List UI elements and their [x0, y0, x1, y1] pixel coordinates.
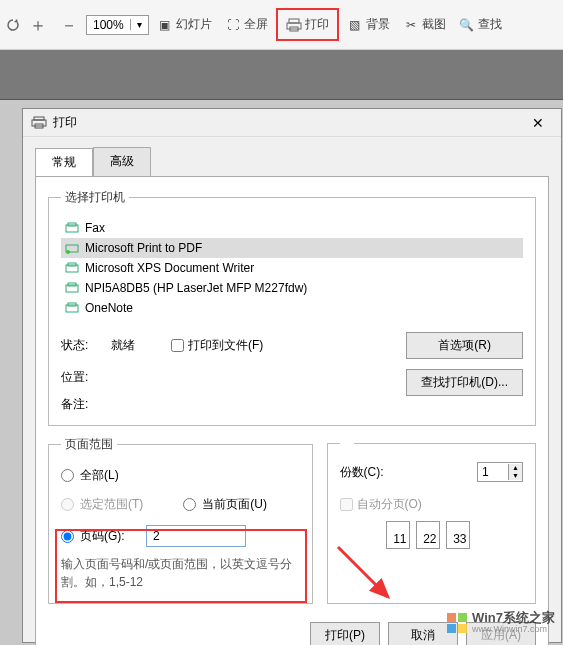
- app-toolbar: ＋ － 100% ▾ ▣ 幻灯片 ⛶ 全屏 打印 ▧ 背景 ✂ 截图 🔍 查找: [0, 0, 563, 50]
- printer-icon: [65, 262, 79, 274]
- printer-select-group: 选择打印机 Fax Microsoft Print to PDF Microso…: [48, 189, 536, 426]
- zoom-out-button[interactable]: －: [55, 10, 83, 40]
- zoom-in-button[interactable]: ＋: [24, 10, 52, 40]
- svg-rect-1: [287, 23, 301, 29]
- page-range-group: 页面范围 全部(L) 选定范围(T) 当前页面(U): [48, 436, 313, 604]
- chevron-down-icon: ▾: [130, 19, 142, 30]
- doc-icon: 11: [386, 521, 410, 549]
- zoom-select[interactable]: 100% ▾: [86, 15, 149, 35]
- notes-label: 备注:: [61, 396, 111, 413]
- cancel-button[interactable]: 取消: [388, 622, 458, 645]
- printer-list[interactable]: Fax Microsoft Print to PDF Microsoft XPS…: [61, 218, 523, 318]
- search-icon: 🔍: [459, 17, 475, 33]
- dialog-button-row: 打印(P) 取消 应用(A): [310, 622, 536, 645]
- printer-item[interactable]: OneNote: [61, 298, 523, 318]
- zoom-value: 100%: [93, 18, 124, 32]
- collate-checkbox[interactable]: 自动分页(O): [340, 496, 523, 513]
- find-button[interactable]: 🔍 查找: [454, 13, 507, 36]
- print-confirm-button[interactable]: 打印(P): [310, 622, 380, 645]
- printer-item[interactable]: Microsoft XPS Document Writer: [61, 258, 523, 278]
- printer-icon: [65, 242, 79, 254]
- collate-illustration: 11 22 33: [386, 521, 523, 549]
- highlight-annotation: [55, 529, 307, 603]
- tab-advanced[interactable]: 高级: [93, 147, 151, 176]
- doc-icon: 33: [446, 521, 470, 549]
- status-value: 就绪: [111, 337, 171, 354]
- slides-icon: ▣: [157, 17, 173, 33]
- printer-item[interactable]: Microsoft Print to PDF: [61, 238, 523, 258]
- page-range-legend: 页面范围: [61, 436, 117, 453]
- status-label: 状态:: [61, 337, 111, 354]
- spin-up-icon[interactable]: ▲: [509, 464, 522, 472]
- range-all-radio[interactable]: 全部(L): [61, 467, 300, 484]
- preferences-button[interactable]: 首选项(R): [406, 332, 523, 359]
- svg-rect-0: [289, 19, 299, 23]
- copies-spinner[interactable]: ▲▼: [477, 462, 523, 482]
- copies-label: 份数(C):: [340, 464, 470, 481]
- apply-button[interactable]: 应用(A): [466, 622, 536, 645]
- printer-icon: [286, 17, 302, 33]
- printer-icon: [65, 282, 79, 294]
- printer-icon: [65, 302, 79, 314]
- close-button[interactable]: ✕: [523, 115, 553, 131]
- range-selection-radio[interactable]: 选定范围(T): [61, 496, 143, 513]
- svg-rect-4: [32, 120, 46, 126]
- document-area: [0, 50, 563, 100]
- print-button[interactable]: 打印: [276, 8, 339, 41]
- location-label: 位置:: [61, 369, 111, 386]
- dialog-tabs: 常规 高级: [23, 137, 561, 176]
- tab-panel-general: 选择打印机 Fax Microsoft Print to PDF Microso…: [35, 176, 549, 645]
- scissors-icon: ✂: [403, 17, 419, 33]
- doc-icon: 22: [416, 521, 440, 549]
- background-icon: ▧: [347, 17, 363, 33]
- fullscreen-icon: ⛶: [225, 17, 241, 33]
- background-button[interactable]: ▧ 背景: [342, 13, 395, 36]
- print-to-file-checkbox[interactable]: 打印到文件(F): [171, 337, 406, 354]
- slides-button[interactable]: ▣ 幻灯片: [152, 13, 217, 36]
- dialog-title: 打印: [53, 114, 523, 131]
- printer-icon: [31, 115, 47, 131]
- copies-group: c 份数(C): ▲▼ 自动分页(O) 11 22 33: [327, 436, 536, 604]
- screenshot-button[interactable]: ✂ 截图: [398, 13, 451, 36]
- printer-item[interactable]: NPI5A8DB5 (HP LaserJet MFP M227fdw): [61, 278, 523, 298]
- svg-point-9: [66, 250, 70, 254]
- fullscreen-button[interactable]: ⛶ 全屏: [220, 13, 273, 36]
- find-printer-button[interactable]: 查找打印机(D)...: [406, 369, 523, 396]
- printer-select-legend: 选择打印机: [61, 189, 129, 206]
- fax-icon: [65, 222, 79, 234]
- refresh-icon[interactable]: [5, 17, 21, 33]
- range-current-radio[interactable]: 当前页面(U): [183, 496, 267, 513]
- printer-item[interactable]: Fax: [61, 218, 523, 238]
- spin-down-icon[interactable]: ▼: [509, 472, 522, 480]
- dialog-titlebar: 打印 ✕: [23, 109, 561, 137]
- tab-general[interactable]: 常规: [35, 148, 93, 177]
- print-dialog: 打印 ✕ 常规 高级 选择打印机 Fax Microsoft Print to …: [22, 108, 562, 643]
